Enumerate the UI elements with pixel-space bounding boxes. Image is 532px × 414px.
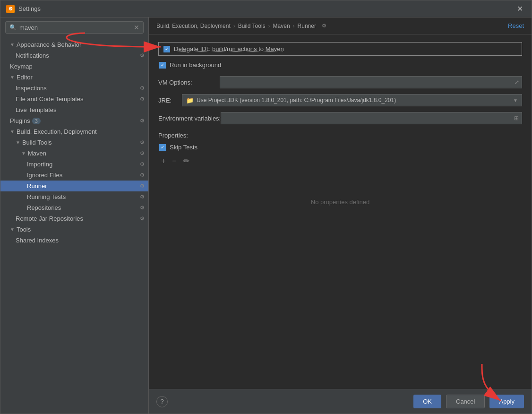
sidebar-item-label: Inspections	[16, 85, 47, 92]
cancel-button[interactable]: Cancel	[446, 395, 485, 408]
skip-tests-row: Skip Tests	[159, 144, 522, 151]
sidebar-item-file-code-templates[interactable]: File and Code Templates ⚙	[0, 94, 148, 104]
no-properties-label: No properties defined	[158, 170, 522, 234]
bottom-bar: ? OK Cancel Apply	[149, 389, 532, 414]
breadcrumb-settings-icon: ⚙	[322, 23, 326, 29]
expand-arrow: ▼	[21, 151, 26, 156]
chevron-down-icon: ▼	[513, 98, 518, 103]
settings-icon: ⚙	[140, 216, 145, 222]
sidebar-item-running-tests[interactable]: Running Tests ⚙	[0, 191, 148, 202]
skip-tests-label: Skip Tests	[170, 144, 197, 151]
sidebar-item-remote-jar[interactable]: Remote Jar Repositories ⚙	[0, 213, 148, 224]
sidebar-item-ignored-files[interactable]: Ignored Files ⚙	[0, 170, 148, 181]
sidebar-item-editor[interactable]: ▼ Editor	[0, 72, 148, 83]
sidebar-item-build-execution[interactable]: ▼ Build, Execution, Deployment	[0, 126, 148, 137]
sidebar-item-label: Build Tools	[22, 139, 52, 146]
sidebar-item-live-templates[interactable]: Live Templates	[0, 104, 148, 115]
sidebar-item-keymap[interactable]: Keymap	[0, 61, 148, 72]
breadcrumb-item-3: Maven	[273, 23, 290, 29]
settings-icon: ⚙	[140, 52, 145, 59]
run-background-label: Run in background	[170, 61, 221, 69]
sidebar-item-label: Running Tests	[27, 193, 66, 200]
toolbar-row: + − ✏	[159, 155, 522, 166]
expand-arrow: ▼	[10, 227, 15, 232]
settings-icon: ⚙	[140, 150, 145, 156]
sidebar-item-inspections[interactable]: Inspections ⚙	[0, 83, 148, 94]
sidebar-item-notifications[interactable]: Notifications ⚙	[0, 50, 148, 61]
sidebar-item-importing[interactable]: Importing ⚙	[0, 159, 148, 170]
sidebar-item-shared-indexes[interactable]: Shared Indexes	[0, 235, 148, 246]
breadcrumb-sep-3: ›	[293, 23, 295, 29]
run-background-checkbox[interactable]	[159, 62, 166, 69]
search-clear-button[interactable]: ✕	[134, 24, 139, 31]
sidebar-item-build-tools[interactable]: ▼ Build Tools ⚙	[0, 137, 148, 148]
sidebar-item-tools[interactable]: ▼ Tools	[0, 224, 148, 235]
settings-content: Delegate IDE build/run actions to Maven …	[149, 34, 532, 389]
reset-button[interactable]: Reset	[508, 22, 524, 29]
sidebar-item-label: Shared Indexes	[16, 237, 59, 244]
vm-options-label: VM Options:	[158, 79, 220, 86]
sidebar-item-appearance[interactable]: ▼ Appearance & Behavior	[0, 39, 148, 50]
properties-section: Properties: Skip Tests + − ✏ No properti…	[158, 132, 522, 234]
sidebar-item-label: Keymap	[10, 63, 33, 70]
sidebar-item-plugins[interactable]: Plugins 3 ⚙	[0, 115, 148, 126]
sidebar-item-label: Ignored Files	[27, 172, 62, 179]
sidebar-item-label: Live Templates	[16, 106, 56, 113]
env-input-wrapper: ⊞	[221, 112, 522, 124]
breadcrumb-sep-1: ›	[233, 23, 235, 29]
jre-select-text: Use Project JDK (version 1.8.0_201, path…	[197, 97, 510, 104]
breadcrumb-item-4: Runner	[298, 23, 316, 29]
vm-options-input-wrapper: ⤢	[220, 76, 522, 88]
sidebar-item-label: Appearance & Behavior	[17, 41, 81, 48]
search-box: 🔍 ✕	[0, 17, 148, 37]
run-background-row: Run in background	[158, 61, 522, 69]
search-input[interactable]	[19, 24, 131, 31]
sidebar: 🔍 ✕ ▼ Appearance & Behavior Notification…	[0, 17, 149, 414]
env-variables-row: Environment variables: ⊞	[158, 112, 522, 124]
sidebar-item-label: Remote Jar Repositories	[16, 215, 83, 222]
env-expand-icon: ⊞	[511, 115, 522, 121]
settings-icon: ⚙	[140, 205, 145, 211]
expand-arrow: ▼	[16, 140, 20, 145]
sidebar-item-label: Notifications	[16, 52, 49, 59]
settings-window: ⚙ Settings ✕ 🔍 ✕ ▼ Appearance & Behavior	[0, 0, 532, 414]
sidebar-item-maven[interactable]: ▼ Maven ⚙	[0, 148, 148, 159]
edit-property-button[interactable]: ✏	[181, 155, 191, 166]
delegate-row: Delegate IDE build/run actions to Maven	[158, 42, 522, 56]
remove-property-button[interactable]: −	[170, 156, 178, 166]
add-property-button[interactable]: +	[159, 156, 167, 166]
apply-button[interactable]: Apply	[489, 395, 524, 408]
delegate-checkbox[interactable]	[163, 46, 170, 52]
sidebar-item-repositories[interactable]: Repositories ⚙	[0, 202, 148, 213]
bottom-right: OK Cancel Apply	[413, 395, 524, 408]
search-icon: 🔍	[9, 24, 17, 31]
content-area: Build, Execution, Deployment › Build Too…	[149, 17, 532, 414]
sidebar-item-runner[interactable]: Runner ⚙	[0, 181, 148, 191]
skip-tests-checkbox[interactable]	[159, 144, 166, 151]
title-bar: ⚙ Settings ✕	[0, 0, 532, 17]
sidebar-item-label: Maven	[28, 150, 46, 157]
vm-options-input[interactable]	[220, 76, 522, 88]
sidebar-item-label: Importing	[27, 161, 52, 168]
sidebar-item-label: Tools	[17, 226, 31, 233]
settings-icon: ⚙	[140, 183, 145, 189]
settings-icon: ⚙	[140, 139, 145, 146]
bottom-left: ?	[156, 396, 168, 407]
jre-label: JRE:	[158, 97, 182, 104]
sidebar-item-label: Runner	[27, 182, 47, 190]
sidebar-item-label: File and Code Templates	[16, 95, 84, 103]
env-variables-input[interactable]	[221, 114, 511, 123]
breadcrumb: Build, Execution, Deployment › Build Too…	[149, 17, 532, 34]
delegate-label: Delegate IDE build/run actions to Maven	[174, 45, 284, 52]
expand-arrow: ▼	[10, 42, 15, 47]
close-button[interactable]: ✕	[514, 3, 526, 14]
plugins-badge: 3	[32, 118, 41, 124]
help-button[interactable]: ?	[156, 396, 168, 407]
sidebar-item-label: Plugins	[10, 117, 30, 124]
ok-button[interactable]: OK	[413, 395, 441, 408]
vm-options-row: VM Options: ⤢	[158, 76, 522, 88]
expand-arrow: ▼	[10, 129, 15, 134]
jre-select[interactable]: 📁 Use Project JDK (version 1.8.0_201, pa…	[182, 94, 522, 106]
settings-icon: ⚙	[140, 172, 145, 178]
breadcrumb-item-2: Build Tools	[238, 23, 266, 29]
